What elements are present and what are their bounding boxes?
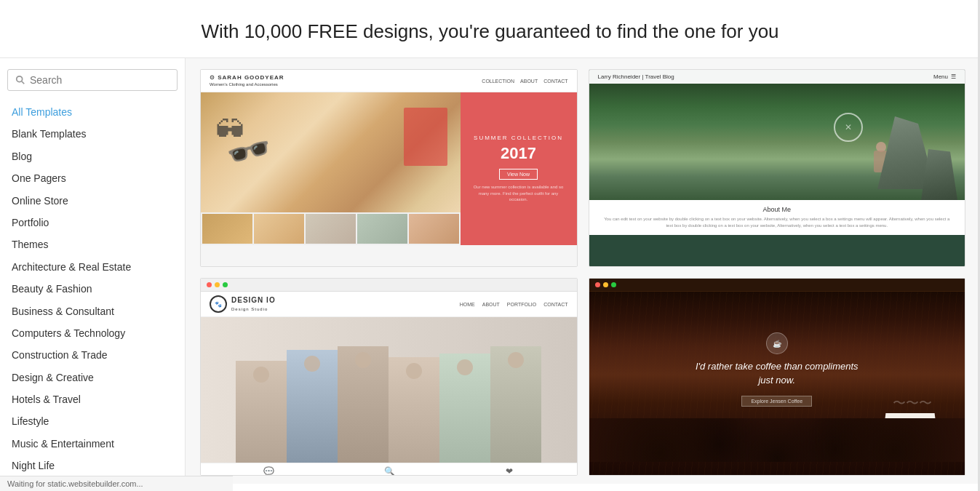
templates-grid: ⊙ SARAH GOODYEARWomen's Clothing and Acc… xyxy=(200,69,965,476)
status-bar: Waiting for static.websitebuilder.com... xyxy=(0,476,233,491)
t2-menu-label: Menu xyxy=(933,73,948,80)
t3-nav-portfolio: PORTFOLIO xyxy=(507,302,536,307)
chrome-dot-yellow xyxy=(215,282,220,287)
search-input[interactable] xyxy=(30,74,170,86)
template-preview-1: ⊙ SARAH GOODYEARWomen's Clothing and Acc… xyxy=(201,70,577,266)
svg-line-1 xyxy=(22,81,25,84)
sidebar-item-construction-trade[interactable]: Construction & Trade xyxy=(7,344,178,366)
sidebar-item-business-consultant[interactable]: Business & Consultant xyxy=(7,300,178,322)
sidebar-item-online-store[interactable]: Online Store xyxy=(7,190,178,212)
t3-bottom-detail: 🔍 Detail xyxy=(384,466,395,475)
svg-point-0 xyxy=(17,76,23,82)
t1-logo-text: ⊙ SARAH GOODYEARWomen's Clothing and Acc… xyxy=(210,74,284,87)
t4-chrome-red xyxy=(595,282,600,287)
t1-summer-collection-label: SUMMER COLLECTION xyxy=(474,135,563,141)
t3-hero xyxy=(201,317,577,463)
t3-logo-area: 🐾 DESIGN IODesign Studio xyxy=(210,295,276,313)
t1-desc: Our new summer collection is available a… xyxy=(469,184,568,202)
t4-hero: ☕ I'd rather take coffee than compliment… xyxy=(589,292,965,475)
sidebar-item-hotels-travel[interactable]: Hotels & Travel xyxy=(7,388,178,410)
t3-people-group xyxy=(201,346,577,463)
t1-header: ⊙ SARAH GOODYEARWomen's Clothing and Acc… xyxy=(201,70,577,92)
template-preview-2: Larry Richneider | Travel Blog Menu ☰ xyxy=(589,70,965,266)
t1-year: 2017 xyxy=(501,144,536,163)
t3-person-2 xyxy=(287,350,338,463)
t2-topbar: Larry Richneider | Travel Blog Menu ☰ xyxy=(589,70,965,84)
t4-chrome-green xyxy=(611,282,616,287)
t3-nav: HOME ABOUT PORTFOLIO CONTACT xyxy=(460,302,568,307)
t4-explore-button[interactable]: Explore Jensen Coffee xyxy=(741,396,812,407)
sidebar-item-night-life[interactable]: Night Life xyxy=(7,455,178,476)
sidebar-item-music-entertainment[interactable]: Music & Entertainment xyxy=(7,433,178,455)
template-card-larry[interactable]: Larry Richneider | Travel Blog Menu ☰ xyxy=(589,69,966,267)
t1-overlay: SUMMER COLLECTION 2017 View Now Our new … xyxy=(461,92,577,245)
sidebar-item-all-templates[interactable]: All Templates xyxy=(7,101,178,123)
template-card-design-io[interactable]: 🐾 DESIGN IODesign Studio HOME ABOUT PORT… xyxy=(200,278,578,476)
template-card-coffee[interactable]: ☕ I'd rather take coffee than compliment… xyxy=(589,278,966,476)
t3-window-chrome xyxy=(201,279,577,292)
status-text: Waiting for static.websitebuilder.com... xyxy=(7,479,143,488)
t4-logo-icon: ☕ xyxy=(766,332,788,354)
t3-detail-icon: 🔍 xyxy=(384,466,395,475)
t1-view-now-button[interactable]: View Now xyxy=(499,169,538,180)
t3-person-5 xyxy=(439,354,490,463)
sidebar-item-beauty-fashion[interactable]: Beauty & Fashion xyxy=(7,278,178,300)
t3-person-1 xyxy=(236,361,287,463)
chrome-dot-green xyxy=(223,282,228,287)
t3-bottom-software: 💬 Software xyxy=(260,466,277,475)
t3-person-6 xyxy=(490,346,541,463)
t2-menu-icon: ☰ xyxy=(951,73,956,80)
template-preview-3: 🐾 DESIGN IODesign Studio HOME ABOUT PORT… xyxy=(201,279,577,475)
t3-logo-icon: 🐾 xyxy=(210,295,227,313)
search-box[interactable] xyxy=(7,69,178,91)
t2-about-section: About Me You can edit text on your websi… xyxy=(589,200,965,235)
sidebar: All TemplatesBlank TemplatesBlogOne Page… xyxy=(0,58,186,484)
nav-list: All TemplatesBlank TemplatesBlogOne Page… xyxy=(7,101,178,484)
t4-tagline: I'd rather take coffee than compliments … xyxy=(696,360,859,386)
sidebar-item-themes[interactable]: Themes xyxy=(7,233,178,255)
t4-window-chrome xyxy=(589,279,965,292)
t2-circle-icon xyxy=(834,113,863,142)
sidebar-item-blog[interactable]: Blog xyxy=(7,145,178,167)
sidebar-item-portfolio[interactable]: Portfolio xyxy=(7,212,178,233)
t4-mock: ☕ I'd rather take coffee than compliment… xyxy=(589,279,965,475)
t1-nav: COLLECTION ABOUT CONTACT xyxy=(482,79,567,84)
sidebar-item-blank-templates[interactable]: Blank Templates xyxy=(7,123,178,145)
t3-topbar: 🐾 DESIGN IODesign Studio HOME ABOUT PORT… xyxy=(201,292,577,317)
t3-bottom-passion: ❤ Passion xyxy=(502,466,517,475)
sidebar-item-lifestyle[interactable]: Lifestyle xyxy=(7,410,178,432)
t3-nav-home: HOME xyxy=(460,302,475,307)
t3-bottom-bar: 💬 Software 🔍 Detail ❤ Passion xyxy=(201,463,577,475)
sidebar-item-one-pagers[interactable]: One Pagers xyxy=(7,167,178,189)
template-preview-4: ☕ I'd rather take coffee than compliment… xyxy=(589,279,965,475)
t3-person-4 xyxy=(389,357,439,463)
t4-tagline-line2: just now. xyxy=(758,375,795,386)
t3-passion-icon: ❤ xyxy=(502,466,517,475)
t1-nav-about: ABOUT xyxy=(520,79,538,84)
t4-content: ☕ I'd rather take coffee than compliment… xyxy=(696,332,859,406)
t3-software-icon: 💬 xyxy=(260,466,277,475)
t2-hero-image xyxy=(589,84,965,200)
sidebar-item-architecture-real-estate[interactable]: Architecture & Real Estate xyxy=(7,256,178,278)
t3-person-3 xyxy=(338,346,389,463)
search-icon xyxy=(15,75,25,85)
t2-mock: Larry Richneider | Travel Blog Menu ☰ xyxy=(589,70,965,266)
sidebar-item-design-creative[interactable]: Design & Creative xyxy=(7,367,178,388)
template-card-sarah-goodyear[interactable]: ⊙ SARAH GOODYEARWomen's Clothing and Acc… xyxy=(200,69,578,267)
page-title: With 10,000 FREE designs, you're guarant… xyxy=(0,0,980,58)
page-header: With 10,000 FREE designs, you're guarant… xyxy=(0,0,980,58)
t2-menu: Menu ☰ xyxy=(933,73,956,80)
sidebar-item-computers-technology[interactable]: Computers & Technology xyxy=(7,322,178,344)
t3-nav-contact: CONTACT xyxy=(543,302,567,307)
t1-nav-contact: CONTACT xyxy=(543,79,567,84)
main-layout: All TemplatesBlank TemplatesBlogOne Page… xyxy=(0,58,980,484)
t4-coffee-beans xyxy=(589,404,965,462)
t4-chrome-yellow xyxy=(603,282,608,287)
t3-mock: 🐾 DESIGN IODesign Studio HOME ABOUT PORT… xyxy=(201,279,577,475)
t1-hero-image: 🕶️ xyxy=(201,92,461,245)
t1-mock: ⊙ SARAH GOODYEARWomen's Clothing and Acc… xyxy=(201,70,577,266)
t2-logo-text: Larry Richneider | Travel Blog xyxy=(598,73,674,80)
t1-nav-collection: COLLECTION xyxy=(482,79,514,84)
t3-logo-text: DESIGN IODesign Studio xyxy=(231,296,276,312)
chrome-dot-red xyxy=(207,282,212,287)
